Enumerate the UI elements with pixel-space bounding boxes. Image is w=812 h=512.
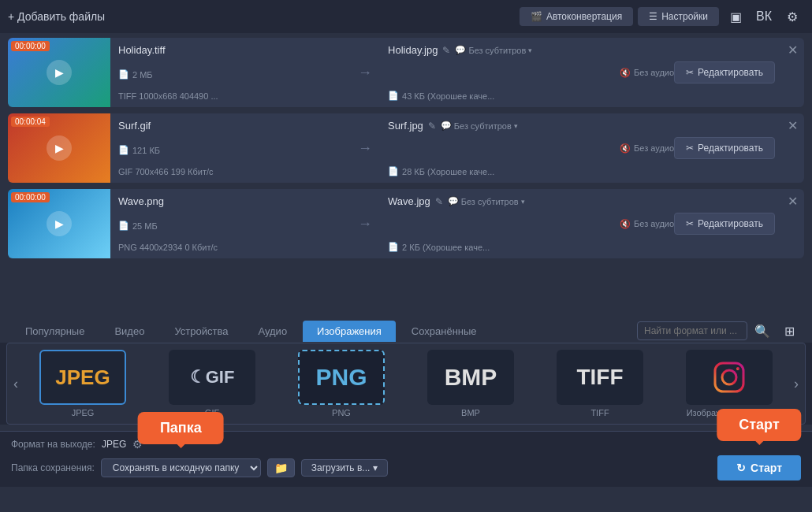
start-button[interactable]: ↻ Старт — [717, 455, 801, 480]
tab-popular[interactable]: Популярные — [11, 321, 99, 342]
folder-tooltip-area: Папка Сохранять в исходную папку — [101, 458, 261, 477]
format-icon-bmp: BMP — [427, 350, 514, 405]
autoconvert-icon: 🎬 — [531, 11, 542, 22]
tab-audio[interactable]: Аудио — [244, 321, 301, 342]
tab-images[interactable]: Изображения — [303, 321, 396, 342]
edit-name-icon-3[interactable]: ✎ — [435, 196, 443, 207]
window-icon-button[interactable]: ▣ — [724, 5, 747, 28]
play-icon-3[interactable]: ▶ — [47, 211, 72, 236]
format-search-button[interactable]: 🔍 — [751, 319, 774, 343]
source-meta-3: PNG 4400x2934 0 Кбит/с — [118, 243, 342, 252]
settings-button[interactable]: ☰ Настройки — [638, 7, 719, 26]
format-search-area: 🔍 ⊞ — [637, 319, 801, 343]
edit-name-icon-1[interactable]: ✎ — [442, 45, 450, 56]
carousel-next-button[interactable]: › — [791, 376, 802, 392]
autoconvert-button[interactable]: 🎬 Автоконвертация — [520, 7, 633, 26]
tab-devices[interactable]: Устройства — [160, 321, 242, 342]
format-icon-instagram — [686, 350, 773, 405]
time-badge-3: 00:00:00 — [11, 192, 50, 202]
folder-browse-button[interactable]: 📁 — [267, 458, 295, 477]
subtitle-btn-1[interactable]: 💬 Без субтитров ▾ — [455, 45, 532, 55]
subtitle-btn-2[interactable]: 💬 Без субтитров ▾ — [441, 121, 518, 131]
source-size-3: 📄 25 МБ — [118, 221, 342, 231]
output-file-icon-1: 📄 — [388, 91, 399, 101]
time-badge-1: 00:00:00 — [11, 41, 50, 51]
start-section: Старт ↻ Старт — [717, 455, 801, 480]
format-items-list: JPEG JPEG ☾GIF GIF PNG PNG BMP BMP TIFF … — [21, 350, 791, 417]
output-filename-1: Holiday.jpg ✎ 💬 Без субтитров ▾ — [388, 44, 612, 56]
carousel-prev-button[interactable]: ‹ — [10, 376, 21, 392]
output-info-2: Surf.jpg ✎ 💬 Без субтитров ▾ 📄 28 КБ (Хо… — [380, 113, 620, 183]
audio-info-1: 🔇 Без аудио — [620, 68, 674, 78]
vk-icon-button[interactable]: ВК — [752, 5, 776, 28]
table-row: 00:00:00 ▶ Wave.png 📄 25 МБ PNG 4400x293… — [8, 189, 804, 258]
format-item-jpeg[interactable]: JPEG JPEG — [39, 350, 126, 417]
row-right-1: 🔇 Без аудио ✂ Редактировать ✕ — [620, 38, 804, 107]
format-settings-button[interactable]: ⚙ — [132, 438, 143, 451]
play-icon-1[interactable]: ▶ — [47, 60, 72, 85]
tab-video[interactable]: Видео — [100, 321, 158, 342]
subtitle-icon-1: 💬 — [455, 45, 466, 55]
subtitle-btn-3[interactable]: 💬 Без субтитров ▾ — [448, 196, 525, 206]
edit-button-3[interactable]: ✂ Редактировать — [674, 213, 775, 235]
settings-label: Настройки — [661, 11, 708, 22]
autoconvert-label: Автоконвертация — [546, 11, 622, 22]
format-section: Популярные Видео Устройства Аудио Изобра… — [0, 313, 812, 425]
format-label-tiff: TIFF — [590, 408, 609, 417]
output-filename-3: Wave.jpg ✎ 💬 Без субтитров ▾ — [388, 195, 612, 207]
source-info-2: Surf.gif 📄 121 КБ GIF 700x466 199 Кбит/с — [110, 113, 350, 183]
format-item-bmp[interactable]: BMP BMP — [427, 350, 514, 417]
play-icon-2[interactable]: ▶ — [47, 135, 72, 161]
audio-info-2: 🔇 Без аудио — [620, 143, 674, 154]
upload-label: Загрузить в... — [311, 462, 371, 473]
source-size-1: 📄 2 МБ — [118, 69, 342, 80]
remove-file-button-2[interactable]: ✕ — [781, 118, 804, 133]
output-file-icon-2: 📄 — [388, 166, 399, 176]
add-files-label: + Добавить файлы — [8, 10, 105, 23]
tab-saved[interactable]: Сохранённые — [397, 321, 491, 342]
table-row: 00:00:04 ▶ Surf.gif 📄 121 КБ GIF 700x466… — [8, 113, 804, 183]
edit-button-1[interactable]: ✂ Редактировать — [674, 61, 775, 83]
output-size-2: 📄 28 КБ (Хорошее каче... — [388, 166, 612, 176]
format-item-gif[interactable]: ☾GIF GIF — [169, 350, 255, 417]
source-filename-1: Holiday.tiff — [118, 44, 342, 56]
audio-icon-2: 🔇 — [620, 143, 631, 154]
gear-icon-button[interactable]: ⚙ — [780, 5, 804, 28]
format-label-jpeg: JPEG — [72, 408, 95, 417]
format-label-instagram: Изображения для с... — [687, 408, 773, 417]
format-label-gif: GIF — [205, 408, 219, 417]
add-files-button[interactable]: + Добавить файлы — [8, 10, 105, 23]
format-tabs-bar: Популярные Видео Устройства Аудио Изобра… — [0, 313, 812, 343]
start-label: Старт — [751, 462, 782, 474]
format-search-input[interactable] — [637, 321, 747, 340]
svg-point-2 — [736, 367, 739, 370]
subtitle-icon-3: 💬 — [448, 196, 459, 206]
folder-label: Папка сохранения: — [11, 462, 95, 473]
output-info-1: Holiday.jpg ✎ 💬 Без субтитров ▾ 📄 43 КБ … — [380, 38, 620, 107]
output-file-icon-3: 📄 — [388, 242, 399, 252]
format-icon-gif: ☾GIF — [169, 350, 255, 405]
format-item-tiff[interactable]: TIFF TIFF — [557, 350, 643, 417]
format-output-label: Формат на выходе: — [11, 439, 95, 450]
arrow-2: → — [350, 113, 380, 183]
remove-file-button-3[interactable]: ✕ — [781, 194, 804, 209]
audio-icon-3: 🔇 — [620, 219, 631, 229]
format-label-bmp: BMP — [461, 408, 480, 417]
edit-button-2[interactable]: ✂ Редактировать — [674, 137, 775, 159]
format-grid-button[interactable]: ⊞ — [777, 319, 801, 343]
file-list: 00:00:00 ▶ Holiday.tiff 📄 2 МБ TIFF 1000… — [0, 33, 812, 313]
format-item-instagram[interactable]: Изображения для с... — [686, 350, 773, 417]
table-row: 00:00:00 ▶ Holiday.tiff 📄 2 МБ TIFF 1000… — [8, 38, 804, 107]
arrow-3: → — [350, 189, 380, 258]
folder-select[interactable]: Сохранять в исходную папку — [101, 458, 261, 477]
audio-info-3: 🔇 Без аудио — [620, 219, 674, 229]
toolbar-right: 🎬 Автоконвертация ☰ Настройки ▣ ВК ⚙ — [520, 5, 804, 28]
start-tooltip-wrapper: Старт ↻ Старт — [717, 455, 801, 480]
edit-name-icon-2[interactable]: ✎ — [428, 121, 436, 132]
settings-icon: ☰ — [649, 11, 657, 22]
remove-file-button-1[interactable]: ✕ — [781, 43, 804, 58]
output-filename-2: Surf.jpg ✎ 💬 Без субтитров ▾ — [388, 120, 612, 132]
format-item-png[interactable]: PNG PNG — [298, 350, 385, 417]
audio-icon-1: 🔇 — [620, 68, 631, 78]
upload-button[interactable]: Загрузить в... ▾ — [301, 459, 389, 477]
